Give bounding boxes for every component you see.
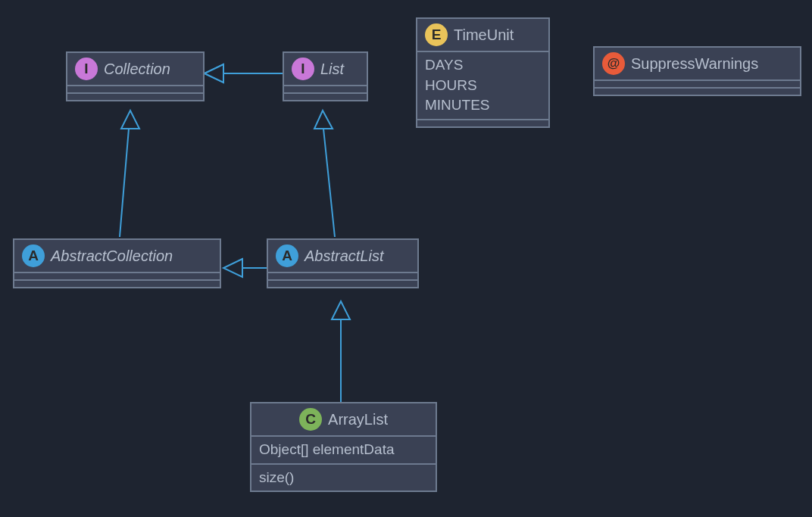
abstract-icon: A bbox=[22, 244, 45, 267]
svg-marker-1 bbox=[205, 64, 223, 83]
class-node-abstractlist[interactable]: A AbstractList bbox=[267, 238, 419, 288]
class-node-abstractcollection[interactable]: A AbstractCollection bbox=[13, 238, 221, 288]
abstract-icon: A bbox=[276, 244, 298, 267]
svg-marker-9 bbox=[223, 259, 242, 277]
class-node-arraylist[interactable]: C ArrayList Object[] elementData size() bbox=[250, 402, 437, 492]
class-icon: C bbox=[299, 408, 322, 431]
svg-line-3 bbox=[120, 129, 129, 237]
class-node-list[interactable]: I List bbox=[283, 51, 368, 101]
node-title: SuppressWarnings bbox=[631, 55, 758, 73]
class-node-collection[interactable]: I Collection bbox=[66, 51, 205, 101]
svg-marker-7 bbox=[314, 111, 333, 129]
fields-compartment: Object[] elementData bbox=[251, 435, 436, 463]
enum-values: DAYS HOURS MINUTES bbox=[417, 51, 548, 119]
node-title: AbstractList bbox=[304, 248, 383, 265]
enum-icon: E bbox=[425, 23, 448, 46]
class-node-suppresswarnings[interactable]: @ SuppressWarnings bbox=[593, 46, 801, 96]
node-title: ArrayList bbox=[328, 411, 388, 428]
interface-icon: I bbox=[292, 58, 314, 80]
annotation-icon: @ bbox=[602, 52, 625, 75]
svg-marker-4 bbox=[121, 111, 139, 129]
node-title: Collection bbox=[104, 61, 170, 78]
node-title: TimeUnit bbox=[454, 26, 514, 44]
svg-line-6 bbox=[323, 129, 335, 237]
node-title: List bbox=[320, 61, 344, 78]
class-node-timeunit[interactable]: E TimeUnit DAYS HOURS MINUTES bbox=[416, 17, 550, 128]
node-title: AbstractCollection bbox=[51, 248, 173, 265]
svg-marker-11 bbox=[332, 301, 350, 319]
interface-icon: I bbox=[75, 58, 98, 80]
methods-compartment: size() bbox=[251, 463, 436, 491]
svg-marker-2 bbox=[205, 64, 223, 83]
